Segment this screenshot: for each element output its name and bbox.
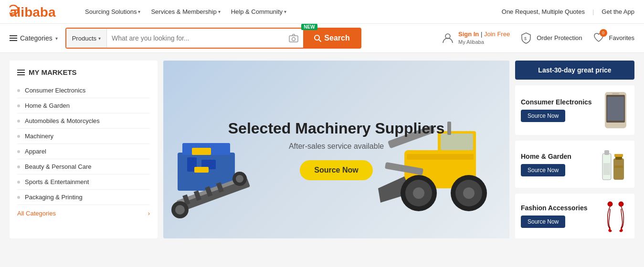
sidebar: MY MARKETS Consumer Electronics Home & G… xyxy=(10,61,158,238)
sidebar-item-sports[interactable]: Sports & Entertainment xyxy=(17,175,150,190)
price-badge: Last-30-day great price xyxy=(515,61,634,80)
get-app-link[interactable]: Get the App xyxy=(602,8,634,15)
sourcing-solutions-link[interactable]: Sourcing Solutions ▾ xyxy=(81,8,144,15)
svg-point-50 xyxy=(608,202,612,206)
shield-icon: $ xyxy=(519,31,533,45)
user-icon xyxy=(441,31,454,45)
sidebar-items-list: Consumer Electronics Home & Garden Autom… xyxy=(17,83,150,205)
chevron-down-icon: ▾ xyxy=(218,9,221,14)
categories-label: Categories xyxy=(20,34,53,42)
earring-product-image xyxy=(602,199,629,233)
consumer-electronics-title: Consumer Electronics xyxy=(521,98,592,106)
order-protection-label: Order Protection xyxy=(537,34,582,42)
sidebar-item-machinery[interactable]: Machinery xyxy=(17,129,150,144)
hamburger-icon xyxy=(10,35,17,41)
main-header: Categories ▾ Products ▾ NEW Search xyxy=(0,24,644,53)
bullet-icon xyxy=(17,165,20,168)
categories-button[interactable]: Categories ▾ xyxy=(10,34,58,42)
top-right-links: One Request, Multiple Quotes | Get the A… xyxy=(502,8,634,15)
svg-point-4 xyxy=(292,38,296,41)
main-banner: Selected Machinery Suppliers After-sales… xyxy=(163,61,509,238)
arrow-right-icon: › xyxy=(148,210,150,217)
bullet-icon xyxy=(17,150,20,153)
all-categories-link[interactable]: All Categories › xyxy=(17,205,150,222)
divider: | xyxy=(592,8,594,15)
fashion-accessories-title: Fashion Accessories xyxy=(521,204,588,212)
bottle-product-image xyxy=(600,146,629,182)
quote-text[interactable]: One Request, Multiple Quotes xyxy=(502,8,585,15)
favorites[interactable]: 0 Favorites xyxy=(592,31,634,46)
svg-rect-42 xyxy=(605,92,626,128)
sidebar-item-automobiles[interactable]: Automobiles & Motorcycles xyxy=(17,113,150,129)
sidebar-item-packaging[interactable]: Packaging & Printing xyxy=(17,190,150,205)
svg-rect-48 xyxy=(614,165,623,168)
svg-rect-49 xyxy=(614,154,623,157)
favorites-badge: 0 xyxy=(600,29,607,37)
top-nav-links: Sourcing Solutions ▾ Services & Membersh… xyxy=(81,8,502,15)
chevron-down-icon: ▾ xyxy=(138,9,140,14)
signin-myalibaba[interactable]: Sign In | Join Free My Alibaba xyxy=(441,31,510,45)
svg-point-51 xyxy=(619,202,623,206)
camera-icon[interactable] xyxy=(284,29,303,48)
services-membership-link[interactable]: Services & Membership ▾ xyxy=(147,8,224,15)
home-garden-card: Home & Garden Source Now xyxy=(515,141,634,188)
main-content: MY MARKETS Consumer Electronics Home & G… xyxy=(0,53,644,246)
svg-rect-23 xyxy=(192,148,211,155)
logo[interactable]: alibaba xyxy=(10,3,67,21)
search-bar: Products ▾ NEW Search xyxy=(65,28,361,49)
search-category-dropdown[interactable]: Products ▾ xyxy=(66,29,107,48)
bullet-icon xyxy=(17,135,20,138)
new-badge: NEW xyxy=(301,24,317,30)
sidebar-item-home-garden[interactable]: Home & Garden xyxy=(17,98,150,113)
home-garden-title: Home & Garden xyxy=(521,153,571,160)
sidebar-item-consumer-electronics[interactable]: Consumer Electronics xyxy=(17,83,150,98)
svg-rect-46 xyxy=(613,158,624,180)
svg-rect-24 xyxy=(194,167,209,173)
banner-content: Selected Machinery Suppliers After-sales… xyxy=(219,109,454,190)
home-garden-source-btn[interactable]: Source Now xyxy=(521,164,565,176)
bullet-icon xyxy=(17,181,20,184)
sidebar-item-beauty[interactable]: Beauty & Personal Care xyxy=(17,159,150,175)
favorites-label: Favorites xyxy=(609,34,634,42)
bullet-icon xyxy=(17,196,20,199)
right-panel: Last-30-day great price Consumer Electro… xyxy=(515,61,634,238)
help-community-link[interactable]: Help & Community ▾ xyxy=(227,8,290,15)
header-right-actions: Sign In | Join Free My Alibaba $ Order P… xyxy=(441,31,634,45)
consumer-electronics-source-btn[interactable]: Source Now xyxy=(521,110,565,122)
fashion-accessories-source-btn[interactable]: Source Now xyxy=(521,216,565,228)
bullet-icon xyxy=(17,120,20,123)
chevron-down-icon: ▾ xyxy=(98,36,101,41)
bullet-icon xyxy=(17,104,20,107)
search-button[interactable]: Search xyxy=(303,29,360,48)
phone-product-image xyxy=(602,91,629,129)
svg-text:$: $ xyxy=(524,36,527,41)
search-input[interactable] xyxy=(107,29,284,48)
order-protection[interactable]: $ Order Protection xyxy=(519,31,582,45)
consumer-electronics-card: Consumer Electronics Source Now xyxy=(515,85,634,135)
signin-label: Sign In | Join Free xyxy=(458,31,510,39)
svg-rect-44 xyxy=(604,150,609,155)
banner-title: Selected Machinery Suppliers xyxy=(228,119,445,139)
svg-rect-45 xyxy=(603,163,610,175)
bullet-icon xyxy=(17,89,20,92)
svg-point-35 xyxy=(463,187,475,199)
sidebar-title: MY MARKETS xyxy=(17,68,150,76)
banner-cta-button[interactable]: Source Now xyxy=(300,160,372,180)
hamburger-icon xyxy=(17,70,25,75)
sidebar-item-apparel[interactable]: Apparel xyxy=(17,144,150,159)
banner-subtitle: After-sales service available xyxy=(228,142,445,151)
svg-point-20 xyxy=(175,205,185,215)
myalibaba-label: My Alibaba xyxy=(458,39,510,45)
fashion-accessories-card: Fashion Accessories Source Now xyxy=(515,194,634,238)
chevron-down-icon: ▾ xyxy=(55,36,58,41)
svg-line-6 xyxy=(319,40,321,41)
chevron-down-icon: ▾ xyxy=(284,9,286,14)
top-navigation: alibaba Sourcing Solutions ▾ Services & … xyxy=(0,0,644,24)
